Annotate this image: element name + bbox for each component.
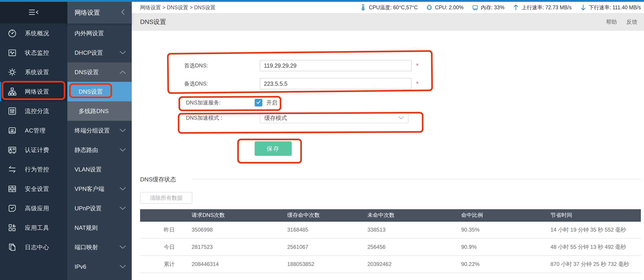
table-header-row: 请求DNS次数缓存命中次数未命中次数命中比例节省时间 [140, 209, 641, 221]
sidebar-item-behavior-control[interactable]: 行为管控 [0, 160, 67, 179]
sidebar-item-status-monitor[interactable]: 状态监控 [0, 43, 67, 62]
idcard-icon [8, 145, 17, 154]
status-text: 上行速率: 72.73 MB/s [522, 4, 572, 11]
table-cell: 90.35% [457, 221, 546, 238]
dns-accel-mode-value: 缓存模式 [264, 114, 287, 122]
sidebar-item-ac-management[interactable]: AC管理 [0, 121, 67, 140]
submenu-item-static-route[interactable]: 静态路由 [67, 140, 132, 160]
chevron-down-icon [120, 51, 126, 55]
submenu-header[interactable]: 网络设置 [67, 2, 132, 24]
table-cell: 90.9% [457, 238, 546, 255]
breadcrumb: 网络设置 > DNS设置 > DNS设置 [140, 4, 216, 11]
sidebar-item-flow-control[interactable]: 流控分流 [0, 101, 67, 121]
submenu-item-label: 端口映射 [74, 243, 98, 251]
chevron-down-icon [120, 187, 126, 191]
secondary-dns-required-mark: * [416, 80, 419, 88]
submenu-item-label: VPN客户端 [74, 185, 104, 193]
hamburger-icon [28, 8, 40, 17]
sidebar-item-system-overview[interactable]: 系统概况 [0, 24, 67, 43]
sidebar-item-label: 高级应用 [25, 204, 49, 212]
submenu-item-dns-settings[interactable]: DNS设置 [67, 82, 132, 101]
table-cell: 338513 [363, 221, 457, 238]
row-label-cell: 累计 [140, 255, 188, 273]
gauge-icon [8, 29, 17, 38]
table-row: 今日2817523256106725645690.9%48 小时 55 分钟 1… [140, 238, 641, 255]
submenu-item-label: 多线路DNS [79, 107, 109, 115]
dns-cache-table: 请求DNS次数缓存命中次数未命中次数命中比例节省时间 昨日35069983168… [140, 209, 641, 273]
feedback-link[interactable]: 反馈 [626, 18, 637, 26]
submenu-item-vpn-client[interactable]: VPN客户端 [67, 179, 132, 199]
sidebar-item-advanced-apps[interactable]: 高级应用 [0, 199, 67, 218]
table-cell: 48 小时 55 分钟 13 秒 492 毫秒 [546, 238, 641, 255]
submenu-item-upnp-settings[interactable]: UPnP设置 [67, 199, 132, 218]
sidebar-item-security-settings[interactable]: 安全设置 [0, 179, 67, 199]
clear-all-data-button[interactable]: 清除所有数据 [140, 192, 192, 204]
status-text: CPU温度: 60°C,57°C [369, 4, 418, 11]
submenu-item-ipv6[interactable]: IPv6 [67, 257, 132, 276]
sidebar-item-label: 系统设置 [25, 68, 49, 76]
sidebar-item-label: AC管理 [25, 127, 46, 135]
table-header-cell: 节省时间 [546, 209, 641, 221]
submenu-item-port-mapping[interactable]: 端口映射 [67, 237, 132, 257]
chevron-down-icon [120, 129, 126, 132]
row-label-cell: 今日 [140, 238, 188, 255]
dns-accel-mode-label: DNS加速模式 : [186, 112, 222, 123]
sidebar-item-label: 网络设置 [25, 88, 49, 96]
sidebar-item-auth-billing[interactable]: 认证计费 [0, 140, 67, 160]
sidebar-nav: 系统概况状态监控系统设置网络设置流控分流AC管理认证计费行为管控安全设置高级应用… [0, 24, 67, 257]
sidebar-item-label: 日志中心 [25, 243, 49, 251]
submenu-item-nat-rules[interactable]: NAT规则 [67, 218, 132, 237]
save-button[interactable]: 保存 [255, 141, 292, 156]
network-icon [8, 87, 17, 96]
status-text: 内存: 33% [481, 4, 504, 11]
thermometer-icon [360, 4, 366, 11]
calendar-check-icon [8, 204, 17, 213]
primary-dns-input[interactable] [260, 60, 412, 71]
cpu-temperature-status: CPU温度: 60°C,57°C [360, 4, 418, 11]
submenu-item-lan-wan-settings[interactable]: 内外网设置 [67, 24, 132, 43]
cpu-usage-status: CPU: 2.00% [426, 4, 464, 11]
dns-accel-checkbox[interactable] [255, 99, 262, 107]
status-text: 下行速率: 111.40 MB/s [589, 4, 641, 11]
sidebar-collapse-button[interactable] [0, 2, 67, 24]
submenu-item-label: 静态路由 [74, 146, 98, 154]
section-divider [192, 179, 641, 179]
sidebar-item-network-settings[interactable]: 网络设置 [0, 82, 67, 101]
sidebar-item-label: 认证计费 [25, 146, 49, 154]
submenu-item-dns-settings-parent[interactable]: DNS设置 [67, 62, 132, 82]
content-pane: 网络设置 > DNS设置 > DNS设置 CPU温度: 60°C,57°CCPU… [132, 2, 644, 280]
secondary-dns-input[interactable] [260, 78, 412, 89]
memory-icon [472, 4, 478, 11]
submenu-item-terminal-group-settings[interactable]: 终端分组设置 [67, 121, 132, 140]
chevron-down-icon [398, 116, 404, 119]
router-admin-page: 系统概况状态监控系统设置网络设置流控分流AC管理认证计费行为管控安全设置高级应用… [0, 0, 644, 280]
table-cell: 3506998 [188, 221, 283, 238]
table-header-cell: 命中比例 [457, 209, 546, 221]
system-status-bar: CPU温度: 60°C,57°CCPU: 2.00%内存: 33%上行速率: 7… [360, 4, 641, 11]
submenu-item-dhcp-settings[interactable]: DHCP设置 [67, 43, 132, 62]
table-cell: 256456 [363, 238, 457, 255]
breadcrumb-bar: 网络设置 > DNS设置 > DNS设置 CPU温度: 60°C,57°CCPU… [132, 2, 644, 13]
sidebar-item-system-settings[interactable]: 系统设置 [0, 62, 67, 82]
ap-icon [8, 126, 17, 135]
sidebar-item-app-tools[interactable]: 应用工具 [0, 218, 67, 237]
chevron-up-icon [120, 70, 126, 74]
submenu-item-vlan-settings[interactable]: VLAN设置 [67, 160, 132, 179]
table-cell: 2561067 [283, 238, 363, 255]
submenu-item-multiline-dns[interactable]: 多线路DNS [67, 101, 132, 121]
memory-usage-status: 内存: 33% [472, 4, 504, 11]
primary-dns-label: 首选DNS: [184, 60, 208, 71]
top-accent-line [0, 0, 644, 2]
download-rate-status: 下行速率: 111.40 MB/s [580, 4, 641, 11]
page-title-bar: DNS设置 帮助 反馈 [132, 13, 644, 31]
help-link[interactable]: 帮助 [606, 18, 617, 26]
dns-accel-mode-select[interactable]: 缓存模式 [260, 112, 408, 123]
check-icon [256, 100, 261, 106]
table-cell: 14 小时 19 分钟 35 秒 552 毫秒 [546, 221, 641, 238]
chevron-down-icon [120, 206, 126, 210]
table-cell: 3168485 [283, 221, 363, 238]
cpu-icon [426, 4, 433, 11]
upload-rate-status: 上行速率: 72.73 MB/s [512, 4, 572, 11]
sidebar-item-log-center[interactable]: 日志中心 [0, 237, 67, 257]
main-sidebar: 系统概况状态监控系统设置网络设置流控分流AC管理认证计费行为管控安全设置高级应用… [0, 2, 67, 280]
